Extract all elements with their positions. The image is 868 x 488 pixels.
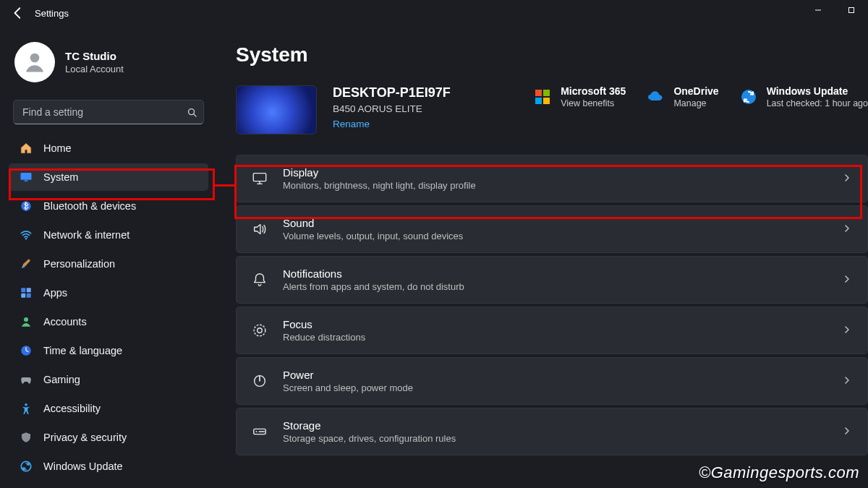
- svg-rect-17: [535, 90, 542, 96]
- svg-rect-11: [21, 294, 25, 298]
- card-title: Sound: [283, 217, 463, 229]
- sound-icon: [251, 221, 268, 238]
- sidebar-item-label: Accessibility: [43, 403, 101, 414]
- sidebar-item-system[interactable]: System: [9, 163, 208, 191]
- sidebar-item-network[interactable]: Network & internet: [9, 221, 208, 249]
- back-button[interactable]: [12, 7, 25, 20]
- device-model: B450 AORUS ELITE: [333, 103, 451, 114]
- sidebar-item-time-language[interactable]: Time & language: [9, 337, 208, 364]
- card-sound[interactable]: SoundVolume levels, output, input, sound…: [236, 205, 868, 253]
- window-title: Settings: [35, 8, 69, 19]
- card-sub: Screen and sleep, power mode: [283, 382, 413, 393]
- device-thumbnail: [236, 85, 317, 134]
- card-power[interactable]: PowerScreen and sleep, power mode: [236, 357, 868, 405]
- sidebar-item-label: Personalization: [43, 258, 115, 270]
- sidebar-item-accessibility[interactable]: Accessibility: [9, 395, 208, 422]
- paintbrush-icon: [19, 257, 33, 271]
- sidebar-item-gaming[interactable]: Gaming: [9, 366, 208, 393]
- svg-point-25: [254, 325, 265, 336]
- card-focus[interactable]: FocusReduce distractions: [236, 307, 868, 354]
- promo-sub: Last checked: 1 hour ago: [767, 98, 868, 108]
- shield-icon: [19, 430, 33, 445]
- gamepad-icon: [19, 372, 33, 387]
- sidebar-item-label: System: [43, 171, 78, 183]
- svg-rect-18: [543, 90, 550, 96]
- bluetooth-icon: [19, 199, 33, 213]
- sidebar-item-label: Windows Update: [43, 461, 123, 472]
- sidebar-item-label: Bluetooth & devices: [43, 200, 136, 212]
- card-sub: Storage space, drives, configuration rul…: [283, 433, 456, 444]
- home-icon: [19, 141, 33, 155]
- search-icon: [180, 107, 203, 118]
- apps-icon: [19, 286, 33, 300]
- annotation-highlight-connector: [215, 184, 234, 187]
- sidebar-item-label: Gaming: [43, 374, 80, 385]
- sidebar-item-label: Network & internet: [43, 229, 129, 241]
- card-title: Display: [283, 166, 476, 179]
- sidebar-item-label: Time & language: [43, 345, 122, 356]
- sidebar-item-bluetooth[interactable]: Bluetooth & devices: [9, 192, 208, 220]
- display-icon: [251, 170, 268, 187]
- titlebar: Settings: [12, 7, 69, 20]
- promo-onedrive[interactable]: OneDriveManage: [646, 85, 718, 108]
- svg-rect-1: [849, 8, 854, 13]
- svg-rect-6: [25, 181, 28, 182]
- chevron-right-icon: [843, 223, 851, 236]
- chevron-right-icon: [843, 273, 851, 286]
- minimize-button[interactable]: [801, 0, 835, 20]
- sidebar-item-home[interactable]: Home: [9, 134, 208, 162]
- card-title: Focus: [283, 318, 365, 330]
- profile-block[interactable]: TC Studio Local Account: [6, 36, 211, 95]
- svg-point-15: [25, 403, 27, 406]
- rename-link[interactable]: Rename: [333, 119, 370, 129]
- sidebar-item-label: Home: [43, 142, 72, 154]
- profile-subtitle: Local Account: [65, 64, 124, 74]
- sidebar-item-apps[interactable]: Apps: [9, 279, 208, 307]
- card-notifications[interactable]: NotificationsAlerts from apps and system…: [236, 256, 868, 304]
- sidebar-item-label: Accounts: [43, 316, 87, 328]
- main-panel: System DESKTOP-P1EI97F B450 AORUS ELITE …: [217, 29, 868, 488]
- update-icon: [19, 459, 33, 474]
- accessibility-icon: [19, 401, 33, 416]
- sidebar-item-label: Privacy & security: [43, 432, 127, 443]
- clock-globe-icon: [19, 343, 33, 358]
- card-sub: Reduce distractions: [283, 332, 365, 343]
- card-display[interactable]: DisplayMonitors, brightness, night light…: [236, 155, 868, 202]
- profile-name: TC Studio: [65, 50, 124, 62]
- svg-point-30: [256, 431, 258, 432]
- system-icon: [19, 170, 33, 184]
- card-title: Notifications: [283, 267, 464, 280]
- sidebar-item-windows-update[interactable]: Windows Update: [9, 453, 208, 480]
- svg-rect-20: [543, 98, 550, 104]
- svg-line-4: [193, 114, 195, 116]
- promo-sub: Manage: [673, 98, 718, 108]
- svg-rect-19: [535, 98, 542, 104]
- promo-windows-update[interactable]: Windows UpdateLast checked: 1 hour ago: [739, 85, 868, 108]
- wifi-icon: [19, 228, 33, 242]
- card-storage[interactable]: StorageStorage space, drives, configurat…: [236, 408, 868, 455]
- power-icon: [251, 372, 268, 390]
- svg-rect-9: [21, 288, 25, 292]
- promo-title: OneDrive: [673, 85, 718, 97]
- sidebar-item-personalization[interactable]: Personalization: [9, 250, 208, 278]
- storage-icon: [251, 423, 268, 440]
- nav-list: Home System Bluetooth & devices Network …: [6, 134, 211, 480]
- card-sub: Volume levels, output, input, sound devi…: [283, 231, 463, 241]
- sidebar-item-privacy[interactable]: Privacy & security: [9, 424, 208, 451]
- promo-m365[interactable]: Microsoft 365View benefits: [533, 85, 626, 108]
- watermark-text: ©Gamingesports.com: [699, 463, 859, 482]
- search-input[interactable]: [14, 106, 180, 118]
- search-field[interactable]: [13, 100, 204, 124]
- sidebar-item-accounts[interactable]: Accounts: [9, 308, 208, 335]
- settings-card-list: DisplayMonitors, brightness, night light…: [236, 155, 868, 455]
- promo-sub: View benefits: [561, 98, 626, 108]
- page-title: System: [236, 43, 868, 67]
- maximize-button[interactable]: [835, 0, 868, 20]
- window-controls: [801, 0, 868, 20]
- svg-point-8: [25, 238, 27, 239]
- card-title: Power: [283, 369, 413, 381]
- sidebar-item-label: Apps: [43, 287, 67, 299]
- microsoft-365-icon: [533, 87, 552, 106]
- promo-title: Windows Update: [767, 85, 868, 97]
- person-icon: [19, 314, 33, 329]
